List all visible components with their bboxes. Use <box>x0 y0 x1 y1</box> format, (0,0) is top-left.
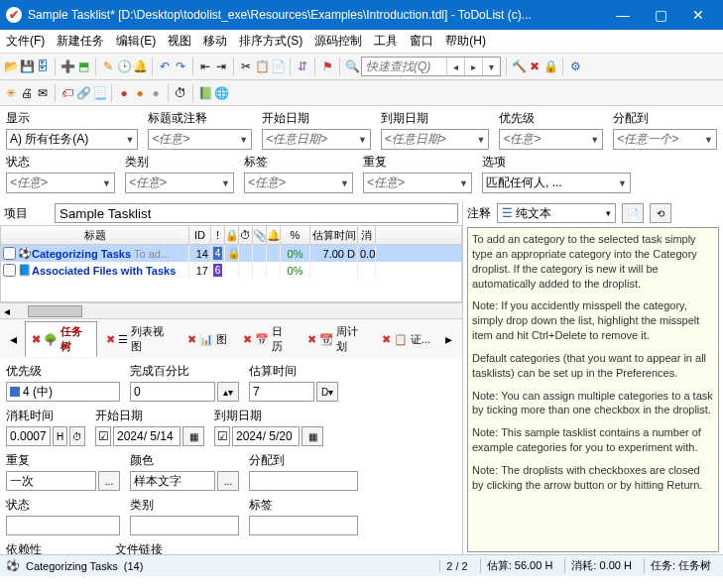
mail-icon[interactable]: ✉ <box>36 86 50 100</box>
menu-编辑(E)[interactable]: 编辑(E) <box>116 33 156 50</box>
detail-重复-input[interactable]: 一次 <box>6 471 96 491</box>
grid-body[interactable]: ⚽ Categorizing Tasks To ad... 14 4 🔒 0% … <box>0 245 462 302</box>
flag-icon[interactable]: ⚑ <box>320 59 334 73</box>
print-icon[interactable]: 🖨 <box>20 86 34 100</box>
newtask-icon[interactable]: ➕ <box>60 59 74 73</box>
copy-icon[interactable]: 📋 <box>255 59 269 73</box>
filter-类别[interactable]: <任意>▼ <box>125 173 234 193</box>
hscroll-left[interactable]: ◂ <box>0 302 462 318</box>
qf-prev-icon[interactable]: ◂ <box>446 58 464 75</box>
notes-format-select[interactable]: ☰纯文本 ▾ <box>497 203 616 223</box>
table-row[interactable]: 📘 Associated Files with Tasks 17 6 0% <box>1 262 461 279</box>
row-check[interactable] <box>3 247 16 260</box>
edit-icon[interactable]: ✎ <box>101 59 115 73</box>
col-标题[interactable]: 标题 <box>1 226 189 244</box>
filter-标题或注释[interactable]: <任意>▼ <box>148 129 252 150</box>
col-![interactable]: ! <box>211 226 225 244</box>
qf-drop-icon[interactable]: ▾ <box>482 58 500 75</box>
menu-新建任务[interactable]: 新建任务 <box>57 33 104 50</box>
redcirc-icon[interactable]: ● <box>117 86 131 100</box>
undo-icon[interactable]: ↶ <box>158 59 172 73</box>
menu-窗口[interactable]: 窗口 <box>410 33 433 50</box>
save-icon[interactable]: 💾 <box>20 59 34 73</box>
menu-帮助(H)[interactable]: 帮助(H) <box>445 33 486 50</box>
filter-显示[interactable]: A) 所有任务(A)▼ <box>6 129 138 150</box>
tab-prev-icon[interactable]: ◂ <box>4 329 23 349</box>
filter-开始日期[interactable]: <任意日期>▼ <box>262 129 371 150</box>
col-%[interactable]: % <box>281 226 310 244</box>
chk[interactable]: ☑ <box>214 426 230 446</box>
more[interactable]: ... <box>98 471 120 491</box>
unit[interactable]: D▾ <box>316 382 338 402</box>
lock-icon[interactable]: 🔒 <box>543 59 557 73</box>
minimize-button[interactable]: — <box>604 0 642 30</box>
orangecirc-icon[interactable]: ● <box>133 86 147 100</box>
filter-优先级[interactable]: <任意>▼ <box>499 129 603 150</box>
notes-btn1[interactable]: 📄 <box>622 203 644 223</box>
tab-日历[interactable]: ✖ 📅 日历 <box>236 321 299 357</box>
detail-开始日期-input[interactable]: 2024/ 5/14 <box>113 426 181 446</box>
globe-icon[interactable]: 🌐 <box>214 86 228 100</box>
menu-工具[interactable]: 工具 <box>374 33 398 50</box>
menu-文件(F)[interactable]: 文件(F) <box>6 33 45 50</box>
more[interactable]: ... <box>217 471 239 491</box>
filter-状态[interactable]: <任意>▼ <box>6 173 115 193</box>
notes-body[interactable]: To add an category to the selected task … <box>467 227 719 552</box>
graycirc-icon[interactable]: ● <box>149 86 163 100</box>
quickfind-input[interactable] <box>362 58 446 75</box>
dbtn[interactable]: ⏱ <box>69 426 85 446</box>
detail-消耗时间-input[interactable]: 0.0007 <box>6 426 51 446</box>
puzzle-icon[interactable]: ✳ <box>4 86 18 100</box>
chk[interactable]: ☑ <box>95 426 111 446</box>
filter-到期日期[interactable]: <任意日期>▼ <box>381 129 490 150</box>
detail-标签-input[interactable] <box>249 516 358 535</box>
tab-任务树[interactable]: ✖ 🌳 任务树 <box>25 321 97 357</box>
col-⏱[interactable]: ⏱ <box>239 226 253 244</box>
tab-图[interactable]: ✖ 📊 图 <box>181 329 234 350</box>
tab-next-icon[interactable]: ▸ <box>439 329 458 349</box>
menu-视图[interactable]: 视图 <box>168 33 191 50</box>
clock-icon[interactable]: 🕒 <box>117 59 131 73</box>
filter-标签[interactable]: <任意>▼ <box>244 173 353 193</box>
detail-完成百分比-input[interactable]: 0 <box>130 382 215 402</box>
bell-icon[interactable]: 🔔 <box>133 59 147 73</box>
row-check[interactable] <box>3 264 16 277</box>
filter-选项[interactable]: 匹配任何人, ...▼ <box>482 173 631 193</box>
sort-icon[interactable]: ⇵ <box>296 59 309 73</box>
cal-icon[interactable]: ▦ <box>182 426 204 446</box>
spin[interactable]: ▴▾ <box>217 382 239 402</box>
link-icon[interactable]: 🔗 <box>76 86 90 100</box>
tab-周计划[interactable]: ✖ 📆 周计划 <box>301 321 373 357</box>
indent-icon[interactable]: ⇥ <box>214 59 228 73</box>
detail-状态-input[interactable] <box>6 516 120 535</box>
detail-类别-input[interactable] <box>130 516 239 535</box>
newsub-icon[interactable]: ⬒ <box>76 59 90 73</box>
redo-icon[interactable]: ↷ <box>174 59 187 73</box>
find-icon[interactable]: 🔍 <box>345 59 359 73</box>
menu-移动[interactable]: 移动 <box>203 33 227 50</box>
col-估算时间[interactable]: 估算时间 <box>310 226 358 244</box>
filter-重复[interactable]: <任意>▼ <box>363 173 472 193</box>
maximize-button[interactable]: ▢ <box>642 0 679 30</box>
tab-证...[interactable]: ✖ 📋 证... <box>375 329 437 350</box>
col-📎[interactable]: 📎 <box>253 226 267 244</box>
notes-btn2[interactable]: ⟲ <box>650 203 671 223</box>
doc-icon[interactable]: 📃 <box>92 86 106 100</box>
col-🔔[interactable]: 🔔 <box>267 226 281 244</box>
paste-icon[interactable]: 📄 <box>271 59 285 73</box>
detail-颜色-input[interactable]: 样本文字 <box>130 471 215 491</box>
prefs-icon[interactable]: ⚙ <box>568 59 582 73</box>
col-🔒[interactable]: 🔒 <box>225 226 239 244</box>
col-消[interactable]: 消 <box>358 226 376 244</box>
dbtn[interactable]: H <box>53 426 68 446</box>
close-button[interactable]: ✕ <box>679 0 717 30</box>
tool1-icon[interactable]: 🔨 <box>512 59 526 73</box>
menu-排序方式(S)[interactable]: 排序方式(S) <box>239 33 302 50</box>
col-ID[interactable]: ID <box>189 226 211 244</box>
saveall-icon[interactable]: 🗄 <box>36 59 50 73</box>
qf-next-icon[interactable]: ▸ <box>464 58 482 75</box>
open-icon[interactable]: 📂 <box>4 59 18 73</box>
project-input[interactable] <box>55 203 458 223</box>
table-row[interactable]: ⚽ Categorizing Tasks To ad... 14 4 🔒 0% … <box>1 245 461 262</box>
cut-icon[interactable]: ✂ <box>239 59 253 73</box>
